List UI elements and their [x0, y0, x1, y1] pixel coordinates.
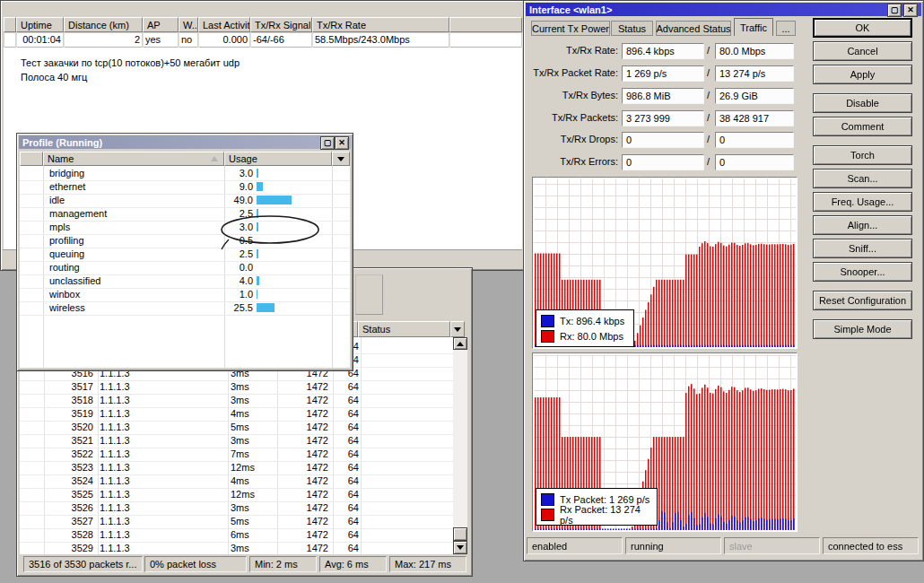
- align--button[interactable]: Align...: [813, 215, 912, 235]
- ping-row[interactable]: 35241.1.1.34ms147264: [20, 474, 453, 489]
- ping-row[interactable]: 35191.1.1.34ms147264: [20, 407, 453, 422]
- profile-row-name: routing: [49, 261, 193, 274]
- ping-row[interactable]: 35251.1.1.312ms147264: [20, 488, 453, 502]
- ping-size: 1472: [282, 434, 328, 448]
- ping-header-dropdown-button[interactable]: [450, 321, 465, 337]
- maximize-button[interactable]: ▢: [320, 136, 335, 150]
- profile-row[interactable]: ethernet9.0: [20, 180, 350, 195]
- scroll-down-button[interactable]: [453, 541, 467, 554]
- ping-size: 1472: [282, 488, 328, 501]
- profile-row-name: wireless: [49, 301, 193, 315]
- profile-row[interactable]: winbox1.0: [20, 288, 350, 302]
- ping-header-status[interactable]: Status: [358, 321, 450, 337]
- profile-row[interactable]: wireless25.5: [20, 301, 350, 316]
- wireless-row-cell[interactable]: 0.000: [199, 33, 249, 48]
- reset-configuration-button[interactable]: Reset Configuration: [813, 291, 912, 310]
- wireless-column-header[interactable]: [449, 17, 522, 32]
- ping-host: 1.1.1.3: [100, 474, 216, 488]
- profile-titlebar[interactable]: Profile (Running): [19, 135, 351, 149]
- ping-row[interactable]: 35281.1.1.36ms147264: [20, 528, 453, 543]
- wireless-row-cell[interactable]: 58.5Mbps/243.0Mbps: [313, 33, 449, 48]
- scan--button[interactable]: Scan...: [813, 169, 912, 188]
- ping-host: 1.1.1.3: [100, 488, 216, 501]
- ping-host: 1.1.1.3: [100, 542, 216, 554]
- ping-scrollbar[interactable]: [453, 337, 467, 554]
- wireless-row-cell[interactable]: 2: [65, 33, 142, 48]
- ping-host: 1.1.1.3: [100, 394, 216, 407]
- scroll-up-button[interactable]: [453, 337, 467, 350]
- ping-time: 5ms: [231, 421, 274, 434]
- ping-row[interactable]: 35231.1.1.312ms147264: [20, 461, 453, 475]
- ping-seq: 3520: [47, 421, 93, 434]
- ping-status-segment: Avg: 6 ms: [319, 556, 387, 572]
- scroll-thumb[interactable]: [453, 527, 467, 541]
- profile-row-name: profiling: [49, 234, 193, 248]
- wireless-column-header[interactable]: Distance (km): [64, 17, 143, 32]
- wireless-column-header[interactable]: AP: [143, 17, 179, 32]
- wireless-row-cell[interactable]: [450, 33, 521, 48]
- sniff--button[interactable]: Sniff...: [813, 239, 912, 258]
- simple-mode-button[interactable]: Simple Mode: [813, 319, 912, 339]
- profile-row[interactable]: bridging3.0: [20, 167, 350, 181]
- wireless-row-cell[interactable]: no: [179, 33, 197, 48]
- ping-row[interactable]: 35181.1.1.33ms147264: [20, 394, 453, 408]
- profile-header-usage[interactable]: Usage: [224, 152, 332, 166]
- desktop: { "wireless_window": { "columns": ["", "…: [0, 0, 924, 583]
- ping-row[interactable]: 35291.1.1.33ms147264: [20, 542, 453, 554]
- wireless-row-cell[interactable]: [4, 33, 15, 48]
- ping-row[interactable]: 35261.1.1.33ms147264: [20, 501, 453, 516]
- profile-row-usage: 0.0: [199, 261, 253, 274]
- wireless-row-cell[interactable]: 00:01:04: [17, 33, 63, 48]
- profile-row[interactable]: routing0.0: [20, 261, 350, 275]
- ping-row[interactable]: 35201.1.1.35ms147264: [20, 421, 453, 435]
- ping-seq: 3518: [47, 394, 93, 407]
- disable-button[interactable]: Disable: [813, 93, 912, 113]
- ok-button[interactable]: OK: [813, 18, 912, 38]
- wireless-row-cell[interactable]: -64/-66: [251, 33, 311, 48]
- wireless-column-header[interactable]: W...: [179, 17, 198, 32]
- profile-header-dropdown-button[interactable]: [332, 152, 350, 166]
- ping-row[interactable]: 35271.1.1.35ms147264: [20, 515, 453, 529]
- wireless-column-header[interactable]: Last Activit...: [198, 17, 250, 32]
- chevron-down-icon: [454, 327, 461, 332]
- ping-size: 1472: [282, 474, 328, 488]
- ping-host: 1.1.1.3: [100, 421, 216, 434]
- freq-usage--button[interactable]: Freq. Usage...: [813, 192, 912, 212]
- cancel-button[interactable]: Cancel: [813, 41, 912, 61]
- apply-button[interactable]: Apply: [813, 65, 912, 84]
- ping-row[interactable]: 35171.1.1.33ms147264: [20, 380, 453, 395]
- ping-seq: 3517: [47, 380, 93, 394]
- snooper--button[interactable]: Snooper...: [813, 262, 912, 282]
- ping-host: 1.1.1.3: [100, 461, 216, 474]
- wireless-column-header[interactable]: Uptime: [16, 17, 64, 32]
- tab-traffic[interactable]: Traffic: [734, 18, 773, 36]
- wireless-column-header[interactable]: Tx/Rx Signal ...: [250, 17, 312, 32]
- arrow-up-icon: [457, 342, 464, 346]
- profile-row[interactable]: idle49.0: [20, 194, 350, 208]
- close-icon[interactable]: ✕: [335, 136, 349, 150]
- ping-row[interactable]: 35221.1.1.37ms147264: [20, 448, 453, 462]
- legend-swatch: [541, 315, 554, 327]
- comment-button[interactable]: Comment: [813, 117, 912, 136]
- ping-ttl: 64: [336, 448, 359, 461]
- ping-time: 12ms: [231, 488, 274, 501]
- ping-time: 7ms: [231, 448, 274, 461]
- ping-size: 1472: [282, 448, 328, 461]
- ping-header-status-label: Status: [362, 324, 390, 335]
- profile-row-name: mpls: [49, 221, 193, 234]
- profile-window-title: Profile (Running): [22, 137, 102, 148]
- wireless-column-header[interactable]: [4, 17, 16, 32]
- profile-header-selector[interactable]: [20, 152, 43, 166]
- profile-row[interactable]: unclassified4.0: [20, 274, 350, 289]
- ping-seq: 3523: [47, 461, 93, 474]
- ping-ttl: 64: [336, 542, 359, 554]
- sort-ascending-icon: [211, 156, 218, 161]
- ping-size: 1472: [282, 380, 328, 394]
- ping-row[interactable]: 35211.1.1.33ms147264: [20, 434, 453, 448]
- profile-header-name[interactable]: Name: [43, 152, 224, 166]
- profile-row[interactable]: queuing2.5: [20, 248, 350, 262]
- ping-ttl: 64: [336, 394, 359, 407]
- wireless-column-header[interactable]: Tx/Rx Rate: [312, 17, 449, 32]
- wireless-row-cell[interactable]: yes: [144, 33, 178, 48]
- torch-button[interactable]: Torch: [813, 145, 912, 165]
